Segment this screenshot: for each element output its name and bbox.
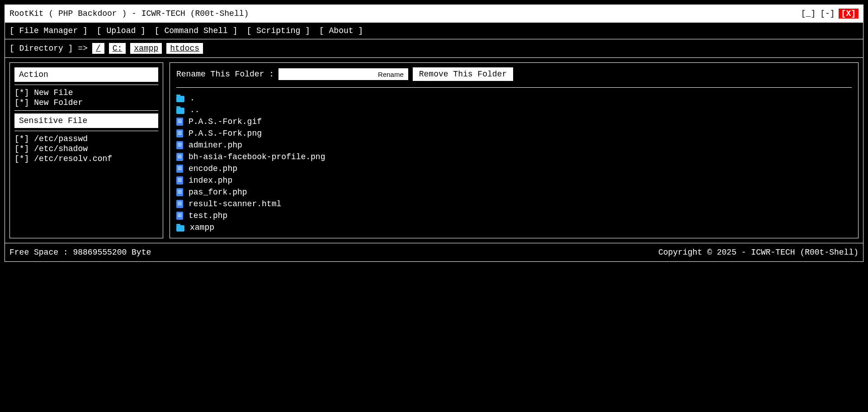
nav-scripting[interactable]: [ Scripting ] [247, 26, 310, 35]
nav-about[interactable]: [ About ] [319, 26, 363, 35]
sensitive-list: [*] /etc/passwd [*] /etc/shadow [*] /etc… [14, 134, 158, 164]
folder-icon [176, 225, 184, 232]
copyright: Copyright © 2025 - ICWR-TECH (R00t-Shell… [658, 248, 859, 257]
file-icon [176, 176, 183, 185]
sidebar-sensitive-header: Sensitive File [14, 114, 158, 128]
nav-file-manager[interactable]: [ File Manager ] [9, 26, 88, 35]
folder-icon [176, 96, 184, 102]
list-item: .. [176, 104, 852, 116]
list-item: P.A.S.-Fork.gif [176, 116, 852, 128]
action-new-file[interactable]: [*] New File [14, 88, 73, 97]
divider [176, 87, 852, 88]
list-item: adminer.php [176, 139, 852, 151]
nav-command-shell[interactable]: [ Command Shell ] [155, 26, 238, 35]
crumb-root[interactable]: / [92, 43, 104, 54]
remove-folder-button[interactable]: Remove This Folder [413, 67, 513, 81]
list-item: xampp [176, 222, 852, 233]
rename-input[interactable] [278, 68, 373, 80]
rename-label: Rename This Folder : [176, 70, 274, 79]
file-link[interactable]: index.php [189, 176, 232, 185]
content-panel: Rename This Folder : Rename Remove This … [170, 62, 859, 238]
file-link[interactable]: adminer.php [189, 141, 242, 150]
action-list: [*] New File [*] New Folder [14, 88, 158, 108]
file-list: ...P.A.S.-Fork.gifP.A.S.-Fork.pngadminer… [176, 92, 852, 233]
folder-link[interactable]: .. [190, 105, 200, 114]
crumb-drive[interactable]: C: [109, 43, 126, 54]
file-icon [176, 141, 183, 149]
sidebar: Action [*] New File [*] New Folder Sensi… [9, 62, 163, 238]
list-item: pas_fork.php [176, 186, 852, 198]
action-new-folder[interactable]: [*] New Folder [14, 98, 83, 107]
sidebar-action-header: Action [14, 67, 158, 82]
file-link[interactable]: encode.php [189, 164, 237, 173]
list-item: P.A.S.-Fork.png [176, 128, 852, 139]
nav-bar: [ File Manager ] [ Upload ] [ Command Sh… [5, 23, 863, 39]
file-link[interactable]: result-scanner.html [189, 199, 281, 208]
list-item: index.php [176, 175, 852, 186]
window-controls: [_] [-] [X] [800, 9, 859, 19]
file-link[interactable]: P.A.S.-Fork.gif [189, 117, 262, 126]
file-icon [176, 153, 183, 161]
file-link[interactable]: bh-asia-facebook-profile.png [189, 152, 325, 161]
sensitive-resolv[interactable]: [*] /etc/resolv.conf [14, 154, 112, 163]
divider [14, 85, 158, 85]
nav-upload[interactable]: [ Upload ] [97, 26, 146, 35]
window-title: RootKit ( PHP Backdoor ) - ICWR-TECH (R0… [9, 9, 249, 18]
main-area: Action [*] New File [*] New Folder Sensi… [5, 58, 863, 243]
divider [14, 110, 158, 111]
rename-button[interactable]: Rename [373, 68, 408, 80]
breadcrumb: [ Directory ] => / C: xampp htdocs [5, 39, 863, 58]
sensitive-passwd[interactable]: [*] /etc/passwd [14, 134, 88, 143]
title-bar: RootKit ( PHP Backdoor ) - ICWR-TECH (R0… [5, 5, 863, 23]
divider [14, 131, 158, 131]
file-icon [176, 188, 183, 196]
breadcrumb-label: [ Directory ] => [9, 44, 88, 53]
folder-actions: Rename This Folder : Rename Remove This … [176, 67, 852, 81]
file-icon [176, 165, 183, 173]
crumb-xampp[interactable]: xampp [130, 43, 162, 54]
file-icon [176, 118, 183, 126]
folder-link[interactable]: xampp [190, 223, 214, 232]
list-item: bh-asia-facebook-profile.png [176, 151, 852, 163]
file-link[interactable]: pas_fork.php [189, 188, 247, 197]
file-link[interactable]: test.php [189, 211, 227, 220]
folder-icon [176, 108, 184, 114]
free-space: Free Space : 98869555200 Byte [9, 248, 151, 257]
list-item: . [176, 92, 852, 104]
sensitive-shadow[interactable]: [*] /etc/shadow [14, 144, 88, 153]
maximize-button[interactable]: [-] [819, 9, 835, 18]
list-item: result-scanner.html [176, 198, 852, 210]
list-item: encode.php [176, 163, 852, 175]
list-item: test.php [176, 210, 852, 222]
folder-link[interactable]: . [190, 94, 195, 103]
crumb-htdocs[interactable]: htdocs [166, 43, 203, 54]
footer: Free Space : 98869555200 Byte Copyright … [5, 243, 863, 262]
file-link[interactable]: P.A.S.-Fork.png [189, 129, 262, 138]
file-icon [176, 200, 183, 208]
file-icon [176, 129, 183, 137]
file-icon [176, 212, 183, 220]
close-button[interactable]: [X] [839, 9, 859, 19]
minimize-button[interactable]: [_] [800, 9, 816, 18]
